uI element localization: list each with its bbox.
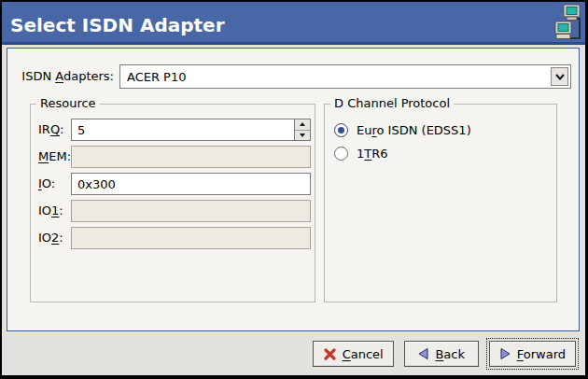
irq-spin-up-button[interactable] xyxy=(295,119,310,131)
isdn-adapter-combobox[interactable] xyxy=(119,64,571,89)
d-channel-protocol-groupbox: D Channel Protocol Euro ISDN (EDSS1) 1TR… xyxy=(324,104,557,302)
io-input[interactable] xyxy=(72,174,310,194)
io2-label: IO2: xyxy=(38,231,63,245)
mem-row: MEM: xyxy=(31,146,315,168)
spin-up-icon xyxy=(300,122,305,126)
cancel-button[interactable]: Cancel xyxy=(313,341,394,367)
irq-row: IRQ: xyxy=(31,119,315,141)
io-row: IO: xyxy=(31,173,315,195)
cancel-button-label: Cancel xyxy=(343,347,384,361)
forward-button-label: Forward xyxy=(517,347,566,361)
forward-button[interactable]: Forward xyxy=(489,341,576,367)
mem-input xyxy=(72,147,310,167)
io2-input xyxy=(72,228,310,248)
isdn-adapters-label: ISDN Adapters: xyxy=(7,69,114,83)
irq-spinbutton[interactable] xyxy=(71,119,311,141)
dialog-title: Select ISDN Adapter xyxy=(10,14,225,36)
resource-groupbox: Resource IRQ: MEM: IO: xyxy=(30,104,315,302)
irq-spin-buttons xyxy=(294,119,310,140)
io2-field xyxy=(71,227,311,249)
dialog-button-bar: Cancel Back Forward xyxy=(2,332,585,375)
back-arrow-icon xyxy=(417,347,429,360)
isdn-adapter-combo-input[interactable] xyxy=(120,65,550,88)
back-button-label: Back xyxy=(435,347,465,361)
cancel-x-icon xyxy=(323,347,337,361)
io2-row: IO2: xyxy=(31,227,315,249)
d-channel-protocol-group-title: D Channel Protocol xyxy=(330,96,454,110)
mem-label: MEM: xyxy=(38,149,71,163)
io1-row: IO1: xyxy=(31,200,315,222)
forward-arrow-icon xyxy=(499,347,511,360)
select-isdn-adapter-dialog: Select ISDN Adapter ISDN Adapters: Resou… xyxy=(0,0,588,379)
io-label: IO: xyxy=(38,176,55,190)
irq-spin-down-button[interactable] xyxy=(295,131,310,141)
radio-button-1tr6[interactable] xyxy=(334,147,348,161)
irq-input[interactable] xyxy=(72,119,293,140)
irq-label: IRQ: xyxy=(38,122,64,136)
radio-label-euro-isdn: Euro ISDN (EDSS1) xyxy=(357,123,471,137)
chevron-down-icon xyxy=(555,74,565,80)
dialog-titlebar: Select ISDN Adapter xyxy=(2,2,585,45)
io1-field xyxy=(71,200,311,222)
io-field[interactable] xyxy=(71,173,311,195)
content-frame: ISDN Adapters: Resource IRQ: xyxy=(7,48,580,331)
resource-group-title: Resource xyxy=(36,96,100,110)
radio-option-1tr6[interactable]: 1TR6 xyxy=(334,144,388,162)
io1-label: IO1: xyxy=(38,204,63,218)
network-computers-icon xyxy=(554,4,582,46)
back-button[interactable]: Back xyxy=(404,341,479,367)
radio-label-1tr6: 1TR6 xyxy=(357,147,388,161)
radio-button-euro-isdn[interactable] xyxy=(334,123,348,137)
radio-option-euro-isdn[interactable]: Euro ISDN (EDSS1) xyxy=(334,120,471,139)
spin-down-icon xyxy=(300,133,305,137)
io1-input xyxy=(72,201,310,221)
combo-dropdown-button[interactable] xyxy=(551,67,568,86)
mem-field xyxy=(71,146,311,168)
